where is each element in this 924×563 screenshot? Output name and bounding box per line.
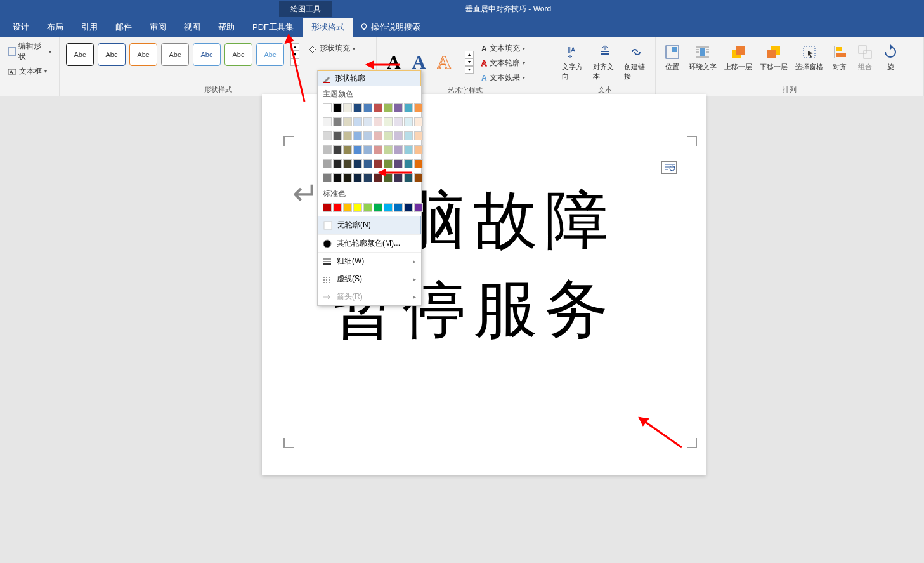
shape-style-1[interactable]: Abc (66, 43, 94, 66)
position-button[interactable]: 位置 (661, 42, 684, 73)
color-swatch[interactable] (353, 145, 362, 154)
tab-layout[interactable]: 布局 (38, 18, 72, 37)
color-swatch[interactable] (394, 131, 403, 140)
text-fill-button[interactable]: A文本填充▾ (479, 42, 528, 55)
shape-style-4[interactable]: Abc (161, 43, 189, 66)
color-swatch[interactable] (394, 203, 403, 212)
color-swatch[interactable] (333, 103, 342, 112)
color-swatch[interactable] (333, 131, 342, 140)
create-link-button[interactable]: 创建链接 (621, 42, 650, 83)
color-swatch[interactable] (374, 117, 382, 126)
color-swatch[interactable] (353, 117, 362, 126)
color-swatch[interactable] (374, 203, 382, 212)
text-direction-button[interactable]: ||A文字方向 (559, 42, 588, 83)
text-effects-button[interactable]: A文本效果▾ (479, 71, 528, 84)
color-swatch[interactable] (333, 117, 342, 126)
tab-mailings[interactable]: 邮件 (107, 18, 141, 37)
textbox-button[interactable]: A 文本框▾ (5, 65, 54, 78)
color-swatch[interactable] (363, 173, 372, 182)
color-swatch[interactable] (414, 173, 423, 182)
color-swatch[interactable] (384, 203, 393, 212)
color-swatch[interactable] (363, 145, 372, 154)
rotate-button[interactable]: 旋 (879, 42, 902, 73)
color-swatch[interactable] (323, 103, 332, 112)
shape-style-gallery[interactable]: Abc Abc Abc Abc Abc Abc Abc ▴▾▾ (65, 39, 301, 70)
more-outline-colors-item[interactable]: 其他轮廓颜色(M)... (318, 234, 421, 252)
align-text-button[interactable]: 对齐文本 (590, 42, 619, 83)
no-outline-item[interactable]: 无轮廓(N) (318, 216, 421, 234)
text-outline-button[interactable]: A文本轮廓▾ (479, 56, 528, 70)
color-swatch[interactable] (363, 103, 372, 112)
send-backward-button[interactable]: 下移一层 (757, 42, 790, 73)
color-swatch[interactable] (323, 145, 332, 154)
edit-shape-button[interactable]: 编辑形状▾ (5, 39, 54, 63)
color-swatch[interactable] (343, 159, 352, 168)
color-swatch[interactable] (353, 173, 362, 182)
color-swatch[interactable] (343, 145, 352, 154)
color-swatch[interactable] (343, 203, 352, 212)
color-swatch[interactable] (323, 203, 332, 212)
color-swatch[interactable] (374, 131, 382, 140)
wordart-style-3[interactable]: A (437, 51, 451, 73)
shape-style-3[interactable]: Abc (129, 43, 157, 66)
wrap-text-button[interactable]: 环绕文字 (686, 42, 719, 73)
color-swatch[interactable] (404, 203, 413, 212)
wordart-scroll[interactable]: ▴▾▾ (465, 51, 474, 74)
color-swatch[interactable] (353, 103, 362, 112)
color-swatch[interactable] (363, 117, 372, 126)
tab-review[interactable]: 审阅 (141, 18, 175, 37)
color-swatch[interactable] (363, 203, 372, 212)
color-swatch[interactable] (343, 173, 352, 182)
standard-color-row[interactable] (318, 202, 421, 216)
color-swatch[interactable] (343, 131, 352, 140)
color-swatch[interactable] (323, 159, 332, 168)
color-swatch[interactable] (414, 103, 423, 112)
tab-view[interactable]: 视图 (175, 18, 209, 37)
shape-style-5[interactable]: Abc (193, 43, 221, 66)
color-swatch[interactable] (333, 145, 342, 154)
color-swatch[interactable] (394, 103, 403, 112)
bring-forward-button[interactable]: 上移一层 (722, 42, 755, 73)
color-swatch[interactable] (363, 131, 372, 140)
color-swatch[interactable] (333, 159, 342, 168)
color-swatch[interactable] (404, 145, 413, 154)
color-swatch[interactable] (414, 145, 423, 154)
dashes-item[interactable]: 虚线(S)▸ (318, 270, 421, 288)
color-swatch[interactable] (333, 203, 342, 212)
color-swatch[interactable] (374, 103, 382, 112)
tab-references[interactable]: 引用 (72, 18, 107, 37)
color-swatch[interactable] (353, 159, 362, 168)
color-swatch[interactable] (384, 131, 393, 140)
color-swatch[interactable] (394, 145, 403, 154)
color-swatch[interactable] (384, 117, 393, 126)
color-swatch[interactable] (384, 145, 393, 154)
color-swatch[interactable] (394, 117, 403, 126)
color-swatch[interactable] (414, 117, 423, 126)
color-swatch[interactable] (323, 117, 332, 126)
color-swatch[interactable] (363, 159, 372, 168)
color-swatch[interactable] (414, 159, 423, 168)
color-swatch[interactable] (333, 173, 342, 182)
color-swatch[interactable] (404, 131, 413, 140)
selection-pane-button[interactable]: 选择窗格 (793, 42, 826, 73)
color-swatch[interactable] (374, 145, 382, 154)
color-swatch[interactable] (323, 173, 332, 182)
theme-color-row[interactable] (318, 102, 421, 116)
color-swatch[interactable] (404, 117, 413, 126)
weight-item[interactable]: 粗细(W)▸ (318, 252, 421, 270)
color-swatch[interactable] (323, 131, 332, 140)
tab-help[interactable]: 帮助 (209, 18, 244, 37)
color-swatch[interactable] (353, 203, 362, 212)
color-swatch[interactable] (404, 103, 413, 112)
align-button[interactable]: 对齐 (828, 42, 851, 73)
color-swatch[interactable] (414, 203, 423, 212)
color-swatch[interactable] (414, 131, 423, 140)
tell-me-search[interactable]: 操作说明搜索 (360, 22, 420, 33)
layout-options-button[interactable] (661, 161, 677, 174)
dropdown-header[interactable]: 形状轮廓 (318, 70, 421, 86)
shape-style-6[interactable]: Abc (224, 43, 252, 66)
color-swatch[interactable] (353, 131, 362, 140)
color-swatch[interactable] (384, 103, 393, 112)
color-swatch[interactable] (343, 117, 352, 126)
shape-style-2[interactable]: Abc (98, 43, 126, 66)
